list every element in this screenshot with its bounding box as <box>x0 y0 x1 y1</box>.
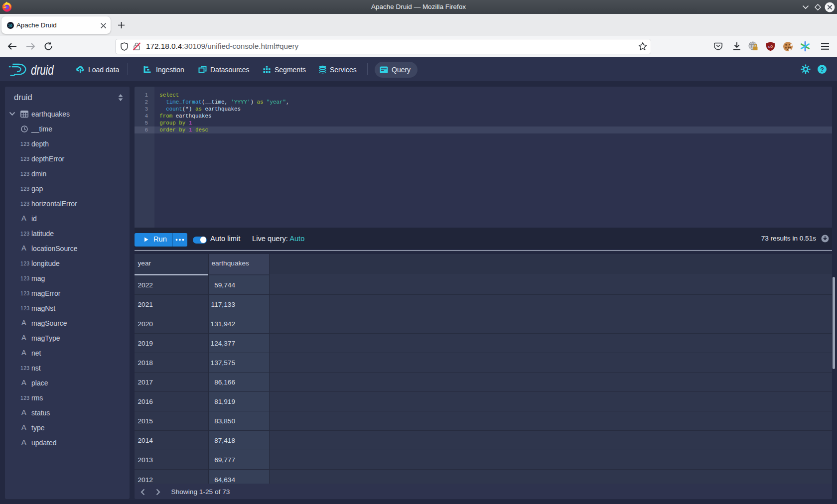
svg-text:?: ? <box>820 66 824 73</box>
svg-text:u0: u0 <box>768 44 773 49</box>
